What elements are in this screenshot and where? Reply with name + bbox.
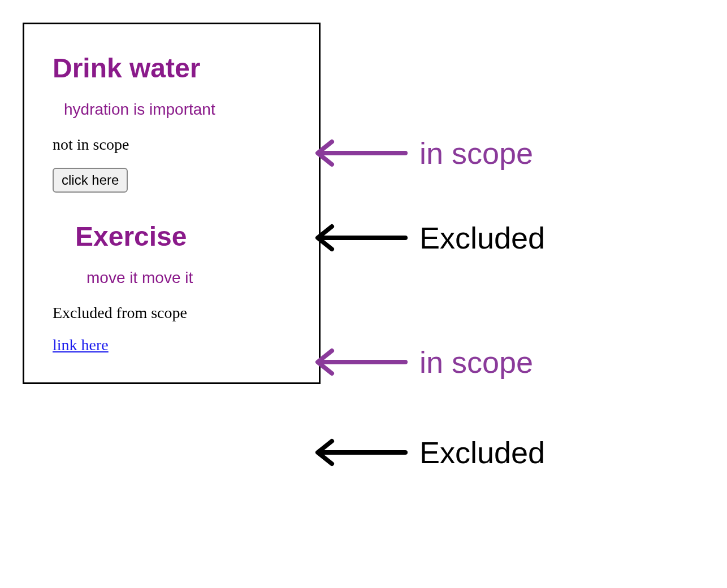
annotation-excluded-1: Excluded	[312, 220, 545, 255]
annotation-in-scope-1: in scope	[312, 136, 533, 171]
annotation-excluded-2: Excluded	[312, 435, 545, 470]
arrow-left-icon	[312, 136, 408, 170]
annotation-label: Excluded	[419, 220, 545, 255]
section2-subtext: move it move it	[86, 269, 291, 287]
content-card: Drink water hydration is important not i…	[23, 23, 321, 384]
section1-plaintext: not in scope	[53, 136, 291, 154]
click-here-button[interactable]: click here	[53, 168, 128, 193]
section1-heading: Drink water	[53, 53, 291, 84]
annotations-layer: in scope Excluded in scope Excluded	[321, 23, 704, 531]
arrow-left-icon	[312, 221, 408, 255]
annotation-label: in scope	[419, 345, 533, 380]
arrow-left-icon	[312, 435, 408, 469]
section2-plaintext: Excluded from scope	[53, 304, 291, 322]
section2-heading: Exercise	[75, 221, 291, 252]
arrow-left-icon	[312, 345, 408, 379]
link-here-link[interactable]: link here	[53, 336, 109, 354]
diagram-container: Drink water hydration is important not i…	[23, 23, 704, 531]
annotation-in-scope-2: in scope	[312, 345, 533, 380]
annotation-label: Excluded	[419, 435, 545, 470]
annotation-label: in scope	[419, 136, 533, 171]
section1-subtext: hydration is important	[64, 101, 291, 119]
